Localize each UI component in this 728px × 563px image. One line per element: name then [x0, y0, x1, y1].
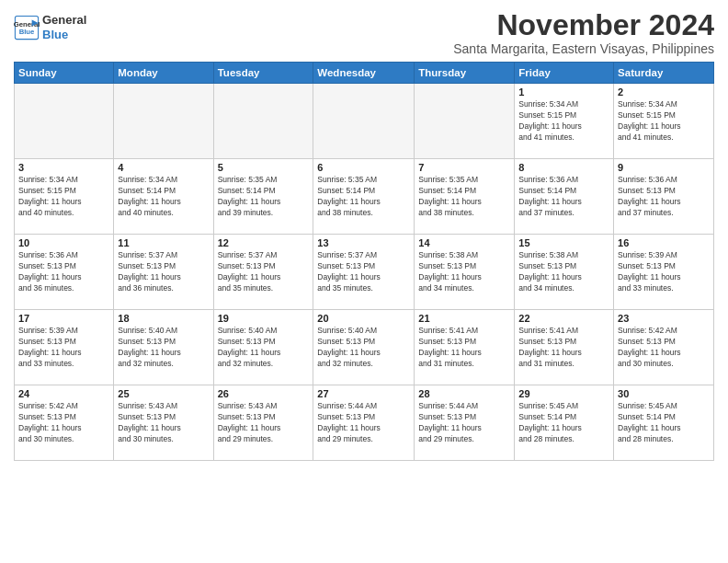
- day-number: 3: [18, 162, 109, 173]
- calendar-header-tuesday: Tuesday: [213, 63, 313, 84]
- calendar-cell: 22Sunrise: 5:41 AM Sunset: 5:13 PM Dayli…: [515, 310, 614, 385]
- calendar-cell: [313, 84, 415, 159]
- day-number: 21: [418, 313, 510, 324]
- calendar-cell: 30Sunrise: 5:45 AM Sunset: 5:14 PM Dayli…: [614, 385, 714, 461]
- day-number: 12: [218, 237, 310, 248]
- day-number: 16: [618, 237, 710, 248]
- calendar-week-row: 17Sunrise: 5:39 AM Sunset: 5:13 PM Dayli…: [15, 310, 714, 385]
- day-info: Sunrise: 5:40 AM Sunset: 5:13 PM Dayligh…: [317, 326, 410, 370]
- page: General Blue General Blue November 2024 …: [0, 0, 728, 563]
- calendar-cell: 26Sunrise: 5:43 AM Sunset: 5:13 PM Dayli…: [213, 385, 313, 461]
- logo-text-line1: General: [42, 13, 86, 28]
- day-number: 24: [18, 388, 109, 399]
- calendar-header-row: SundayMondayTuesdayWednesdayThursdayFrid…: [15, 63, 714, 84]
- calendar-cell: 10Sunrise: 5:36 AM Sunset: 5:13 PM Dayli…: [15, 235, 114, 310]
- calendar-cell: 4Sunrise: 5:34 AM Sunset: 5:14 PM Daylig…: [114, 159, 213, 235]
- calendar-cell: 23Sunrise: 5:42 AM Sunset: 5:13 PM Dayli…: [614, 310, 714, 385]
- day-info: Sunrise: 5:44 AM Sunset: 5:13 PM Dayligh…: [418, 401, 510, 445]
- calendar-cell: 11Sunrise: 5:37 AM Sunset: 5:13 PM Dayli…: [114, 235, 213, 310]
- calendar-header-friday: Friday: [515, 63, 614, 84]
- day-number: 1: [518, 86, 609, 98]
- day-number: 10: [18, 237, 109, 248]
- day-number: 28: [418, 388, 510, 399]
- day-number: 14: [418, 237, 510, 248]
- calendar-cell: 9Sunrise: 5:36 AM Sunset: 5:13 PM Daylig…: [614, 159, 714, 235]
- calendar-cell: [213, 84, 313, 159]
- day-number: 8: [518, 162, 609, 173]
- day-number: 11: [118, 237, 209, 248]
- day-number: 20: [317, 313, 410, 324]
- day-info: Sunrise: 5:34 AM Sunset: 5:15 PM Dayligh…: [18, 175, 109, 219]
- logo-text-line2: Blue: [42, 28, 86, 42]
- day-info: Sunrise: 5:45 AM Sunset: 5:14 PM Dayligh…: [518, 401, 609, 445]
- calendar-cell: 14Sunrise: 5:38 AM Sunset: 5:13 PM Dayli…: [415, 235, 515, 310]
- calendar-cell: 2Sunrise: 5:34 AM Sunset: 5:15 PM Daylig…: [614, 84, 714, 159]
- day-info: Sunrise: 5:40 AM Sunset: 5:13 PM Dayligh…: [118, 326, 209, 370]
- day-info: Sunrise: 5:38 AM Sunset: 5:13 PM Dayligh…: [418, 250, 510, 294]
- location: Santa Margarita, Eastern Visayas, Philip…: [453, 41, 714, 56]
- calendar-header-wednesday: Wednesday: [313, 63, 415, 84]
- day-number: 22: [518, 313, 609, 324]
- calendar-cell: 15Sunrise: 5:38 AM Sunset: 5:13 PM Dayli…: [515, 235, 614, 310]
- calendar-cell: [15, 84, 114, 159]
- calendar-cell: 16Sunrise: 5:39 AM Sunset: 5:13 PM Dayli…: [614, 235, 714, 310]
- day-info: Sunrise: 5:38 AM Sunset: 5:13 PM Dayligh…: [518, 250, 609, 294]
- calendar-cell: 24Sunrise: 5:42 AM Sunset: 5:13 PM Dayli…: [15, 385, 114, 461]
- day-info: Sunrise: 5:37 AM Sunset: 5:13 PM Dayligh…: [218, 250, 310, 294]
- calendar-cell: 19Sunrise: 5:40 AM Sunset: 5:13 PM Dayli…: [213, 310, 313, 385]
- day-number: 27: [317, 388, 410, 399]
- title-block: November 2024 Santa Margarita, Eastern V…: [453, 9, 714, 56]
- calendar-cell: 12Sunrise: 5:37 AM Sunset: 5:13 PM Dayli…: [213, 235, 313, 310]
- calendar-week-row: 3Sunrise: 5:34 AM Sunset: 5:15 PM Daylig…: [15, 159, 714, 235]
- day-number: 23: [618, 313, 710, 324]
- day-number: 9: [618, 162, 710, 173]
- calendar-cell: 21Sunrise: 5:41 AM Sunset: 5:13 PM Dayli…: [415, 310, 515, 385]
- calendar-cell: 1Sunrise: 5:34 AM Sunset: 5:15 PM Daylig…: [515, 84, 614, 159]
- day-info: Sunrise: 5:36 AM Sunset: 5:13 PM Dayligh…: [618, 175, 710, 219]
- day-number: 30: [618, 388, 710, 399]
- calendar-cell: 7Sunrise: 5:35 AM Sunset: 5:14 PM Daylig…: [415, 159, 515, 235]
- day-info: Sunrise: 5:45 AM Sunset: 5:14 PM Dayligh…: [618, 401, 710, 445]
- day-info: Sunrise: 5:34 AM Sunset: 5:15 PM Dayligh…: [618, 99, 710, 144]
- day-number: 15: [518, 237, 609, 248]
- day-info: Sunrise: 5:35 AM Sunset: 5:14 PM Dayligh…: [218, 175, 310, 219]
- day-info: Sunrise: 5:36 AM Sunset: 5:13 PM Dayligh…: [18, 250, 109, 294]
- day-info: Sunrise: 5:35 AM Sunset: 5:14 PM Dayligh…: [418, 175, 510, 219]
- day-info: Sunrise: 5:40 AM Sunset: 5:13 PM Dayligh…: [218, 326, 310, 370]
- day-info: Sunrise: 5:41 AM Sunset: 5:13 PM Dayligh…: [418, 326, 510, 370]
- day-number: 17: [18, 313, 109, 324]
- day-number: 7: [418, 162, 510, 173]
- day-number: 5: [218, 162, 310, 173]
- day-number: 26: [218, 388, 310, 399]
- day-info: Sunrise: 5:36 AM Sunset: 5:14 PM Dayligh…: [518, 175, 609, 219]
- day-info: Sunrise: 5:43 AM Sunset: 5:13 PM Dayligh…: [118, 401, 209, 445]
- calendar-cell: 28Sunrise: 5:44 AM Sunset: 5:13 PM Dayli…: [415, 385, 515, 461]
- calendar-cell: 27Sunrise: 5:44 AM Sunset: 5:13 PM Dayli…: [313, 385, 415, 461]
- logo-icon: General Blue: [14, 15, 40, 40]
- calendar-cell: 6Sunrise: 5:35 AM Sunset: 5:14 PM Daylig…: [313, 159, 415, 235]
- day-number: 25: [118, 388, 209, 399]
- day-info: Sunrise: 5:42 AM Sunset: 5:13 PM Dayligh…: [18, 401, 109, 445]
- day-info: Sunrise: 5:44 AM Sunset: 5:13 PM Dayligh…: [317, 401, 410, 445]
- day-info: Sunrise: 5:34 AM Sunset: 5:14 PM Dayligh…: [118, 175, 209, 219]
- calendar-cell: [415, 84, 515, 159]
- month-title: November 2024: [453, 9, 714, 41]
- calendar-cell: 17Sunrise: 5:39 AM Sunset: 5:13 PM Dayli…: [15, 310, 114, 385]
- calendar-week-row: 24Sunrise: 5:42 AM Sunset: 5:13 PM Dayli…: [15, 385, 714, 461]
- calendar-cell: 3Sunrise: 5:34 AM Sunset: 5:15 PM Daylig…: [15, 159, 114, 235]
- day-info: Sunrise: 5:39 AM Sunset: 5:13 PM Dayligh…: [618, 250, 710, 294]
- day-number: 2: [618, 86, 710, 98]
- calendar-cell: 13Sunrise: 5:37 AM Sunset: 5:13 PM Dayli…: [313, 235, 415, 310]
- calendar: SundayMondayTuesdayWednesdayThursdayFrid…: [14, 62, 714, 461]
- day-info: Sunrise: 5:39 AM Sunset: 5:13 PM Dayligh…: [18, 326, 109, 370]
- calendar-header-monday: Monday: [114, 63, 213, 84]
- day-info: Sunrise: 5:41 AM Sunset: 5:13 PM Dayligh…: [518, 326, 609, 370]
- svg-text:Blue: Blue: [19, 28, 35, 36]
- calendar-cell: 18Sunrise: 5:40 AM Sunset: 5:13 PM Dayli…: [114, 310, 213, 385]
- calendar-cell: 29Sunrise: 5:45 AM Sunset: 5:14 PM Dayli…: [515, 385, 614, 461]
- day-number: 19: [218, 313, 310, 324]
- calendar-cell: [114, 84, 213, 159]
- day-info: Sunrise: 5:37 AM Sunset: 5:13 PM Dayligh…: [118, 250, 209, 294]
- day-number: 18: [118, 313, 209, 324]
- day-number: 6: [317, 162, 410, 173]
